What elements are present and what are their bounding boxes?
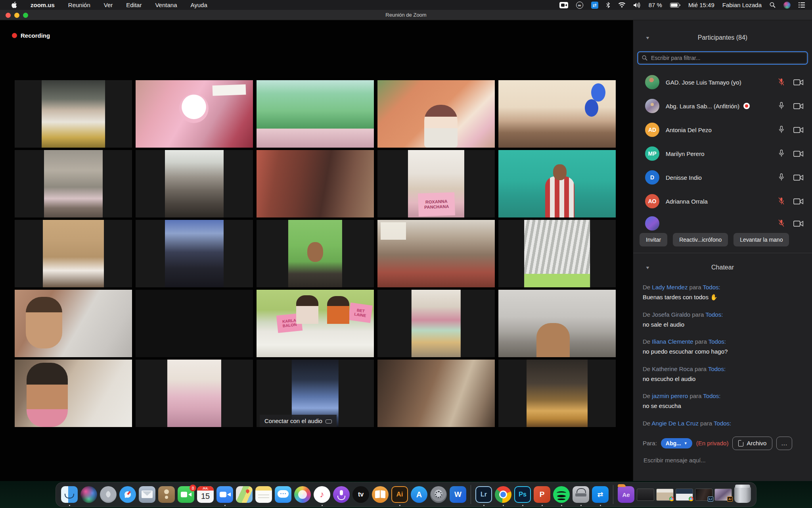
sender-name[interactable]: Angie De La Cruz — [652, 420, 699, 427]
dock-contacts[interactable] — [158, 483, 175, 506]
video-tile[interactable] — [377, 220, 495, 287]
teamviewer-menu-icon[interactable]: ⇄ — [591, 2, 598, 9]
dock-podcasts[interactable] — [333, 483, 350, 506]
file-button[interactable]: Archivo — [732, 437, 772, 450]
video-tile[interactable] — [257, 80, 374, 148]
mic-icon[interactable] — [778, 101, 785, 111]
dock-photos[interactable] — [294, 483, 311, 506]
zoom-window-button[interactable] — [23, 13, 28, 18]
video-on-icon[interactable] — [793, 220, 803, 227]
dock-launchpad[interactable] — [100, 483, 117, 506]
video-tile[interactable] — [136, 150, 253, 217]
dock-siri[interactable] — [80, 483, 98, 506]
video-tile[interactable] — [15, 290, 132, 357]
mic-muted-icon[interactable] — [778, 219, 785, 228]
dock-trash[interactable] — [734, 483, 751, 506]
dock-safari[interactable] — [119, 483, 136, 506]
dock-minimized-chrome-window[interactable] — [656, 483, 674, 506]
recipient-name[interactable]: Todos: — [714, 420, 731, 427]
video-tile[interactable] — [498, 150, 616, 217]
video-tile[interactable] — [257, 220, 374, 287]
menu-ver[interactable]: Ver — [104, 2, 113, 8]
recipient-dropdown[interactable]: Abg...▼ — [661, 438, 692, 448]
mic-icon[interactable] — [778, 173, 785, 182]
invite-button[interactable]: Invitar — [640, 233, 667, 246]
dock-maps[interactable] — [236, 483, 253, 506]
video-on-icon[interactable] — [793, 103, 803, 110]
participant-row[interactable]: Abg. Laura Sab... (Anfitrión) — [633, 94, 812, 118]
recipient-name[interactable]: Todos: — [703, 284, 720, 291]
dock-disk-utility[interactable] — [572, 483, 590, 506]
video-tile[interactable] — [257, 150, 374, 217]
video-tile[interactable] — [15, 80, 132, 148]
dock-finder[interactable] — [61, 483, 78, 506]
siri-menu-icon[interactable] — [783, 2, 791, 9]
search-box[interactable] — [638, 52, 807, 64]
spotlight-search-icon[interactable] — [770, 2, 776, 9]
more-options-button[interactable]: ... — [776, 437, 792, 450]
menu-ventana[interactable]: Ventana — [155, 2, 177, 8]
sender-name[interactable]: jazmin perero — [652, 393, 688, 399]
video-on-icon[interactable] — [793, 174, 803, 181]
video-tile[interactable] — [377, 80, 495, 148]
video-tile[interactable] — [136, 220, 253, 287]
video-tile[interactable] — [498, 80, 616, 148]
search-input[interactable] — [650, 54, 803, 62]
video-on-icon[interactable] — [793, 150, 803, 157]
video-tile[interactable] — [498, 360, 616, 427]
volume-icon[interactable] — [634, 2, 641, 9]
mic-muted-icon[interactable] — [778, 196, 785, 206]
dock-after-effects-folder[interactable]: Ae — [617, 483, 635, 506]
video-tile[interactable]: ROXANNA PANCHANA — [377, 150, 495, 217]
dock-word[interactable]: W — [449, 483, 467, 506]
dock-system-preferences[interactable] — [430, 483, 447, 506]
dock-books[interactable] — [372, 483, 389, 506]
wifi-icon[interactable] — [618, 2, 626, 9]
dock-mail[interactable] — [138, 483, 156, 506]
participant-row[interactable]: AO Adrianna Orrala — [633, 189, 812, 213]
video-tile[interactable] — [498, 290, 616, 357]
dock-zoom[interactable] — [216, 483, 234, 506]
dock-minimized-window[interactable] — [637, 483, 654, 506]
video-tile[interactable] — [136, 360, 253, 427]
video-tile[interactable] — [498, 220, 616, 287]
dock-photoshop[interactable]: Ps — [514, 483, 531, 506]
creative-cloud-icon[interactable]: ∞ — [576, 2, 583, 9]
notification-center-icon[interactable] — [799, 2, 805, 9]
recipient-name[interactable]: Todos: — [709, 338, 726, 345]
video-tile[interactable] — [15, 150, 132, 217]
video-on-icon[interactable] — [793, 127, 803, 133]
dock-messages[interactable] — [274, 483, 292, 506]
dock-powerpoint[interactable]: P — [533, 483, 551, 506]
dock-lightroom[interactable]: Lr — [475, 483, 492, 506]
video-tile[interactable] — [377, 360, 495, 427]
unmute-button[interactable]: Reactiv...icrófono — [673, 233, 728, 246]
dock-spotify[interactable] — [553, 483, 570, 506]
sender-name[interactable]: Katherine Roca — [652, 366, 693, 372]
video-tile[interactable] — [136, 80, 253, 148]
dock-minimized-illustrator-window[interactable]: Ai — [714, 483, 732, 506]
video-tile[interactable] — [15, 220, 132, 287]
dock-teamviewer[interactable]: ⇄ — [592, 483, 609, 506]
chevron-down-icon[interactable]: ▼ — [645, 35, 650, 40]
participant-row[interactable]: D Denisse Indio — [633, 165, 812, 189]
menu-app-name[interactable]: zoom.us — [31, 2, 55, 8]
menu-clock[interactable]: Mié 15:49 — [688, 2, 714, 8]
video-on-icon[interactable] — [793, 198, 803, 205]
bluetooth-icon[interactable] — [606, 2, 610, 9]
recipient-name[interactable]: Todos: — [703, 393, 720, 399]
connect-audio-tooltip[interactable]: Conectar con el audio — [260, 415, 337, 427]
dock-minimized-chrome-window[interactable] — [676, 483, 693, 506]
video-on-icon[interactable] — [793, 79, 803, 86]
participant-row-partial[interactable] — [633, 213, 812, 231]
sender-name[interactable]: Lady Mendez — [652, 284, 688, 291]
mic-icon[interactable] — [778, 125, 785, 135]
video-tile[interactable] — [377, 290, 495, 357]
zoom-camera-menu-icon[interactable] — [559, 2, 568, 9]
dock-chrome[interactable] — [494, 483, 512, 506]
dock-music[interactable]: ♪ — [313, 483, 331, 506]
recipient-name[interactable]: Todos: — [705, 311, 723, 318]
apple-menu-icon[interactable] — [11, 2, 17, 9]
menu-editar[interactable]: Editar — [126, 2, 142, 8]
mic-muted-icon[interactable] — [778, 77, 785, 87]
